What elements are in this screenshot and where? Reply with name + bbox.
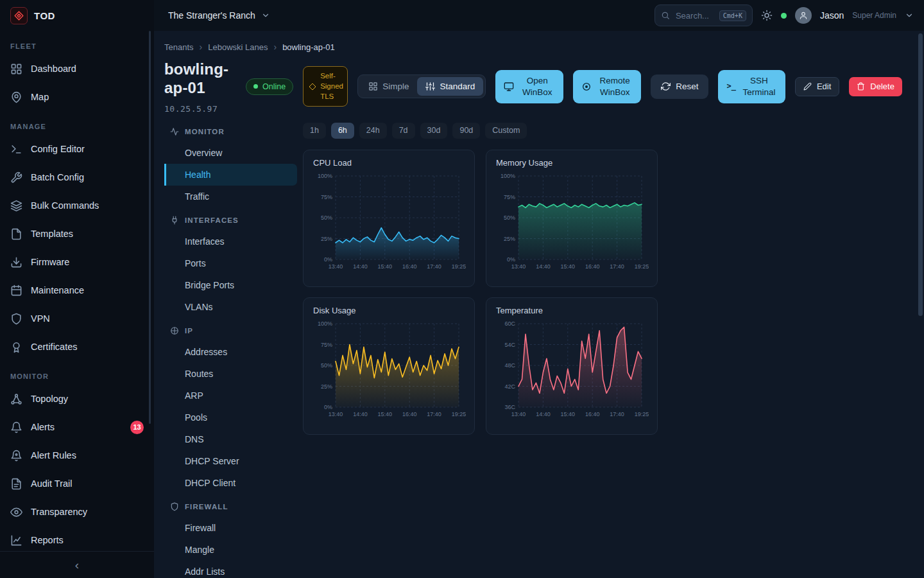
content-scrollbar[interactable]: [918, 33, 923, 316]
device-nav-item-label: Traffic: [185, 191, 209, 202]
svg-text:25%: 25%: [321, 235, 332, 241]
device-nav-item[interactable]: DHCP Server: [164, 450, 297, 472]
delete-button[interactable]: Delete: [849, 77, 902, 96]
time-range-chip[interactable]: 24h: [359, 123, 387, 139]
svg-text:42C: 42C: [504, 383, 515, 389]
time-range-chip[interactable]: Custom: [485, 123, 527, 139]
svg-text:19:25: 19:25: [452, 263, 466, 270]
globe-icon: [170, 326, 179, 335]
wrench-icon: [10, 171, 22, 184]
edit-button[interactable]: Edit: [795, 77, 839, 96]
sidebar-item[interactable]: Templates: [0, 220, 154, 248]
search-input[interactable]: [674, 10, 715, 21]
sidebar-item[interactable]: Topology: [0, 385, 154, 413]
svg-text:14:40: 14:40: [536, 411, 551, 417]
collapse-sidebar-button[interactable]: ‹: [0, 551, 154, 578]
device-ip: 10.25.5.97: [164, 104, 236, 114]
device-nav-item[interactable]: Routes: [164, 363, 297, 385]
sidebar-item[interactable]: Transparency: [0, 498, 154, 526]
reset-button[interactable]: Reset: [651, 74, 708, 99]
warning-diamond-icon: [309, 83, 316, 91]
device-nav-item[interactable]: Health: [164, 164, 297, 186]
view-mode-standard[interactable]: Standard: [417, 77, 483, 96]
sidebar-item[interactable]: Certificates: [0, 333, 154, 361]
device-nav-item-label: Addresses: [185, 347, 227, 357]
device-nav-item[interactable]: Addresses: [164, 341, 297, 363]
device-nav-section-ip: IP Addresses Routes ARP: [164, 320, 297, 494]
edit-label: Edit: [817, 82, 831, 91]
device-nav-header: INTERFACES: [164, 210, 297, 231]
device-nav-item[interactable]: Bridge Ports: [164, 274, 297, 296]
sidebar-item[interactable]: Batch Config: [0, 163, 154, 191]
svg-text:48C: 48C: [504, 362, 515, 369]
sidebar-item[interactable]: Alert Rules: [0, 441, 154, 469]
svg-text:25%: 25%: [321, 383, 332, 389]
device-nav-item[interactable]: Firewall: [164, 517, 297, 539]
tls-warning-label: Self-Signed TLS: [320, 71, 343, 101]
device-nav-item-label: Health: [185, 170, 210, 180]
sidebar-item[interactable]: Reports: [0, 526, 154, 551]
theme-sun-icon[interactable]: [761, 10, 773, 21]
tenant-selector[interactable]: The Stranger's Ranch: [164, 10, 274, 21]
device-nav-item[interactable]: ARP: [164, 385, 297, 407]
sidebar-item[interactable]: Audit Trail: [0, 469, 154, 498]
time-range-chip[interactable]: 30d: [420, 123, 448, 139]
device-nav-items: Interfaces Ports Bridge Ports VLANs: [164, 231, 297, 318]
breadcrumb-link-tenants[interactable]: Tenants: [164, 42, 194, 52]
sidebar-item[interactable]: Dashboard: [0, 55, 154, 83]
sidebar-item[interactable]: Config Editor: [0, 135, 154, 163]
sidebar-item-label: Reports: [31, 535, 64, 545]
device-nav-item[interactable]: Addr Lists: [164, 561, 297, 578]
view-mode-simple[interactable]: Simple: [360, 77, 417, 96]
sidebar-section-fleet: FLEET Dashboard Map: [0, 31, 154, 111]
status-badge-label: Online: [262, 82, 286, 91]
sidebar-item[interactable]: Alerts 13: [0, 413, 154, 441]
sidebar-item[interactable]: VPN: [0, 304, 154, 333]
user-avatar[interactable]: [795, 7, 812, 24]
charts-grid: CPU Load 100%75%50%25%0%13:4014:4015:401…: [303, 150, 658, 435]
sidebar-item-label: Templates: [31, 229, 73, 239]
device-nav-item[interactable]: Interfaces: [164, 231, 297, 252]
brand-name: TOD: [34, 10, 55, 21]
eye-icon: [10, 506, 22, 518]
sidebar-scrollbar[interactable]: [149, 31, 151, 424]
map-pin-icon: [10, 91, 22, 103]
sidebar-items-manage: Config Editor Batch Config Bulk Commands: [0, 135, 154, 361]
sidebar-item[interactable]: Map: [0, 83, 154, 111]
breadcrumb-link-tenant[interactable]: Lebowski Lanes: [208, 42, 268, 52]
device-nav-item[interactable]: Overview: [164, 142, 297, 164]
sidebar-item[interactable]: Bulk Commands: [0, 191, 154, 220]
svg-text:0%: 0%: [507, 256, 515, 263]
report-icon: [10, 534, 22, 547]
search-shortcut-badge: Cmd+K: [719, 10, 746, 21]
chevron-down-icon[interactable]: [905, 11, 914, 20]
sidebar-item[interactable]: Firmware: [0, 248, 154, 276]
search-box[interactable]: Cmd+K: [654, 4, 753, 26]
open-winbox-button[interactable]: Open WinBox: [495, 70, 563, 103]
chart-title: CPU Load: [313, 158, 465, 168]
chip-label: 90d: [459, 126, 473, 135]
remote-winbox-button[interactable]: Remote WinBox: [573, 70, 641, 103]
device-nav-items: Overview Health Traffic: [164, 142, 297, 207]
svg-text:100%: 100%: [318, 173, 332, 179]
chart-card: Temperature 60C54C48C42C36C13:4014:4015:…: [486, 297, 658, 435]
device-nav-item[interactable]: DNS: [164, 428, 297, 450]
svg-text:75%: 75%: [321, 341, 332, 347]
ssh-terminal-button[interactable]: >_ SSH Terminal: [718, 70, 785, 103]
time-range-chip[interactable]: 90d: [452, 123, 480, 139]
device-nav-item[interactable]: Traffic: [164, 186, 297, 207]
device-nav-item[interactable]: DHCP Client: [164, 472, 297, 494]
device-nav-item[interactable]: Pools: [164, 407, 297, 428]
sidebar-item-label: Topology: [31, 394, 68, 404]
device-nav-item[interactable]: Ports: [164, 252, 297, 274]
time-range-chip[interactable]: 7d: [392, 123, 415, 139]
refresh-icon: [661, 82, 671, 91]
device-title-block: bowling-ap-01 10.25.5.97: [164, 60, 236, 114]
time-range-chip[interactable]: 1h: [303, 123, 326, 139]
device-nav-item[interactable]: Mangle: [164, 539, 297, 561]
device-nav-item[interactable]: VLANs: [164, 296, 297, 318]
time-range-chip[interactable]: 6h: [331, 123, 354, 139]
chart-plot: 100%75%50%25%0%13:4014:4015:4016:4017:40…: [496, 170, 649, 279]
grid-icon: [368, 82, 378, 91]
sidebar-item[interactable]: Maintenance: [0, 276, 154, 304]
